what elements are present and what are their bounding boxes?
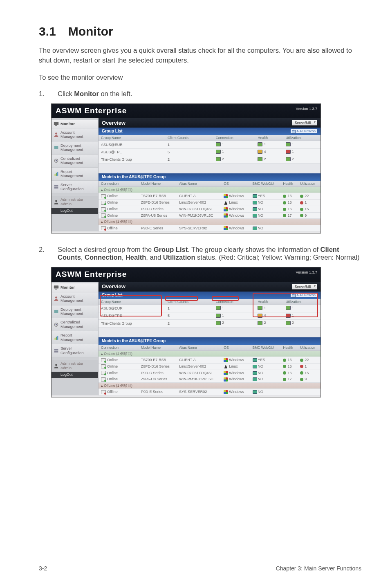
overview-title-2: Overview xyxy=(102,283,126,290)
nav-logout[interactable]: LogOut xyxy=(52,208,98,214)
centralized-icon xyxy=(54,158,59,164)
col-utilization[interactable]: Utilization xyxy=(283,135,321,141)
col-connection-m[interactable]: Connection xyxy=(99,181,139,187)
svg-rect-8 xyxy=(57,172,58,176)
col-health-m[interactable]: Health xyxy=(280,181,298,187)
model-row[interactable]: OnlineZ9PE-D16 SeriesLinuxServer-002Linu… xyxy=(99,363,321,370)
model-row[interactable]: OnlineP9D-C SeriesWIN-07G61TOQ45IWindows… xyxy=(99,206,321,212)
col-os[interactable]: OS xyxy=(221,181,250,187)
bmc-icon xyxy=(253,207,257,211)
nav-centralized-mgmt-2[interactable]: Centralized Management xyxy=(52,318,98,331)
model-row[interactable]: OfflineP9D-E SeriesSYS-SERVER02WindowsNO xyxy=(99,389,321,395)
col-os-2[interactable]: OS xyxy=(221,345,250,351)
col-client-counts[interactable]: Client Counts xyxy=(165,135,213,141)
nav-account-mgmt[interactable]: Account Management xyxy=(52,128,98,141)
nav-deployment-mgmt-2[interactable]: Deployment Management xyxy=(52,305,98,319)
svg-rect-20 xyxy=(57,336,58,340)
side-nav: Monitor Account Management Deployment Ma… xyxy=(52,118,99,232)
group-row[interactable]: ASUS@TPE5 1 4 1 xyxy=(99,148,321,156)
utilization-icon xyxy=(286,142,291,146)
util-dot xyxy=(300,371,303,375)
nav-logout-2[interactable]: LogOut xyxy=(52,372,98,378)
auto-refresh-toggle-2[interactable]: Auto Refresh xyxy=(291,293,317,297)
col-health-m-2[interactable]: Health xyxy=(280,345,298,351)
model-row[interactable]: OnlineZ9PA-U8 SeriesWIN-PM1KJ6VRL5CWindo… xyxy=(99,376,321,383)
health-icon xyxy=(258,306,262,310)
view-selector-2[interactable]: Server/MB xyxy=(292,284,317,290)
health-icon xyxy=(258,150,262,154)
col-model-name-2[interactable]: Model Name xyxy=(139,345,177,351)
windows-icon xyxy=(224,226,228,230)
model-row[interactable]: OnlineZ9PA-U8 SeriesWIN-PM1KJ6VRL5CWindo… xyxy=(99,212,321,219)
col-connection-m-2[interactable]: Connection xyxy=(99,345,139,351)
nav-report-mgmt-2[interactable]: Report Management xyxy=(52,331,98,344)
col-group-name[interactable]: Group Name xyxy=(99,135,165,141)
health-dot xyxy=(283,365,286,368)
windows-icon xyxy=(224,377,228,382)
svg-point-5 xyxy=(56,160,57,162)
col-group-name-2[interactable]: Group Name xyxy=(99,299,165,305)
col-client-counts-2[interactable]: Client Counts xyxy=(165,299,213,305)
col-utilization-2[interactable]: Utilization xyxy=(283,299,321,305)
col-alias-name-2[interactable]: Alias Name xyxy=(177,345,221,351)
col-connection[interactable]: Connection xyxy=(213,135,256,141)
screenshot-2: ASWM Enterprise Version 1.3.7 Monitor Ac… xyxy=(51,267,321,397)
col-health-2[interactable]: Health xyxy=(255,299,283,305)
overview-titlebar-2: Overview Server/MB xyxy=(99,282,321,292)
windows-icon xyxy=(224,194,228,198)
nav-account-mgmt-2[interactable]: Account Management xyxy=(52,292,98,305)
util-dot xyxy=(300,359,303,362)
centralized-icon xyxy=(54,322,59,327)
model-row[interactable]: OnlineZ9PE-D16 SeriesLinuxServer-002Linu… xyxy=(99,200,321,206)
chapter-label: Chapter 3: Main Server Functions xyxy=(276,565,361,572)
util-dot xyxy=(300,365,303,368)
view-selector[interactable]: Server/MB xyxy=(292,120,317,126)
col-model-name[interactable]: Model Name xyxy=(139,181,177,187)
group-row[interactable]: Thin-Clients Group2 2 2 2 xyxy=(99,156,321,163)
model-row[interactable]: OnlineTS700-E7-RS8CLIENT-AWindowsYES1622 xyxy=(99,357,321,363)
model-row[interactable]: OnlineP9D-C SeriesWIN-07G61TOQ45IWindows… xyxy=(99,370,321,376)
nav-monitor-2[interactable]: Monitor xyxy=(52,283,98,292)
nav-centralized-mgmt[interactable]: Centralized Management xyxy=(52,155,98,168)
col-connection-2[interactable]: Connection xyxy=(213,299,256,305)
health-dot xyxy=(283,359,286,362)
bmc-icon xyxy=(253,214,257,218)
col-bmc-2[interactable]: BMC WebGUI xyxy=(250,345,281,351)
group-list-title: Group List xyxy=(102,129,123,134)
group-row[interactable]: ASUS@EUR1 1 1 1 xyxy=(99,141,321,148)
nav-monitor[interactable]: Monitor xyxy=(52,120,98,128)
group-row[interactable]: Thin-Clients Group2 2 2 2 xyxy=(99,320,321,327)
svg-rect-19 xyxy=(56,337,57,339)
col-bmc[interactable]: BMC WebGUI xyxy=(250,181,281,187)
nav-deployment-mgmt[interactable]: Deployment Management xyxy=(52,141,98,155)
util-dot xyxy=(300,378,303,381)
col-health[interactable]: Health xyxy=(255,135,283,141)
health-icon xyxy=(258,142,262,146)
col-util-m[interactable]: Utilization xyxy=(298,181,321,187)
auto-refresh-toggle[interactable]: Auto Refresh xyxy=(291,129,317,133)
health-icon xyxy=(258,314,262,318)
nav-administrator[interactable]: Administrator Admin xyxy=(52,196,98,208)
svg-rect-12 xyxy=(54,286,58,289)
admin-icon xyxy=(54,363,59,368)
connection-icon xyxy=(216,142,221,146)
nav-report-mgmt[interactable]: Report Management xyxy=(52,168,98,181)
group-row[interactable]: ASUS@EUR1 1 1 1 xyxy=(99,305,321,312)
nav-server-config[interactable]: Server Configuration xyxy=(52,181,98,194)
utilization-icon xyxy=(286,150,291,154)
nav-server-config-2[interactable]: Server Configuration xyxy=(52,344,98,357)
svg-point-14 xyxy=(55,296,57,298)
col-alias-name[interactable]: Alias Name xyxy=(177,181,221,187)
nav-administrator-2[interactable]: Administrator Admin xyxy=(52,360,98,372)
monitor-icon xyxy=(54,121,59,126)
model-row[interactable]: OfflineP9D-E SeriesSYS-SERVER02WindowsNO xyxy=(99,225,321,231)
admin-icon xyxy=(54,199,59,204)
utilization-icon xyxy=(286,314,291,318)
group-row[interactable]: ASUS@TPE5 1 4 1 xyxy=(99,312,321,320)
col-util-m-2[interactable]: Utilization xyxy=(298,345,321,351)
util-dot xyxy=(300,201,303,204)
model-row[interactable]: OnlineTS700-E7-RS8CLIENT-AWindowsYES1622 xyxy=(99,193,321,200)
bmc-icon xyxy=(253,365,257,368)
windows-icon xyxy=(224,207,228,211)
app-brand: ASWM Enterprise xyxy=(56,106,127,115)
